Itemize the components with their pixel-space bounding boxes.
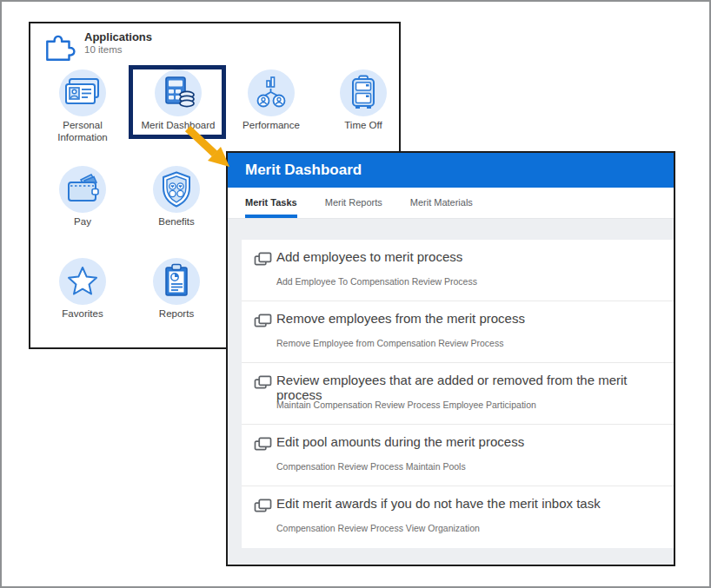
tile-performance[interactable]: Performance [229, 69, 313, 131]
task-title[interactable]: Add employees to merit process [276, 249, 462, 264]
calculator-coins-icon [155, 69, 202, 116]
task-title[interactable]: Remove employees from the merit process [276, 311, 525, 326]
star-icon [59, 258, 106, 305]
applications-title: Applications [84, 30, 152, 43]
tile-favorites[interactable]: Favorites [41, 258, 124, 320]
task-row-add-employees[interactable]: Add employees to merit process Add Emplo… [242, 240, 674, 301]
task-subtitle: Remove Employee from Compensation Review… [276, 338, 503, 348]
id-card-icon [59, 69, 106, 116]
tile-label: Favorites [41, 307, 124, 320]
task-row-remove-employees[interactable]: Remove employees from the merit process … [242, 301, 674, 363]
task-title[interactable]: Review employees that are added or remov… [276, 373, 674, 402]
tab-merit-reports[interactable]: Merit Reports [325, 188, 382, 218]
tile-time-off[interactable]: Time Off [322, 69, 405, 131]
tile-personal-information[interactable]: Personal Information [41, 69, 124, 144]
tile-pay[interactable]: Pay [41, 166, 124, 228]
tile-label: Personal Information [41, 119, 124, 144]
task-row-edit-pool-amounts[interactable]: Edit pool amounts during the merit proce… [242, 425, 674, 486]
related-tasks-icon [254, 498, 272, 518]
task-title[interactable]: Edit pool amounts during the merit proce… [276, 434, 524, 449]
tile-merit-dashboard[interactable]: Merit Dashboard [136, 69, 220, 131]
tile-label: Performance [229, 119, 313, 131]
wallet-icon [59, 166, 106, 213]
screenshot-frame: Applications 10 items Personal Informati… [0, 0, 711, 588]
arrow-down-right-icon [183, 125, 234, 174]
task-title[interactable]: Edit merit awards if you do not have the… [276, 496, 601, 511]
org-chart-icon [248, 69, 295, 116]
tile-benefits[interactable]: Benefits [135, 166, 218, 228]
puzzle-icon [42, 27, 78, 63]
task-subtitle: Add Employee To Compensation Review Proc… [276, 276, 477, 287]
tile-label: Reports [135, 307, 218, 320]
related-tasks-icon [254, 374, 272, 394]
merit-task-list: Add employees to merit process Add Emplo… [242, 240, 674, 548]
task-subtitle: Compensation Review Process Maintain Poo… [276, 461, 466, 472]
task-row-edit-merit-awards[interactable]: Edit merit awards if you do not have the… [242, 486, 674, 548]
applications-item-count: 10 items [84, 44, 122, 55]
merit-tabs-bar: Merit Tasks Merit Reports Merit Material… [228, 188, 674, 219]
task-subtitle: Compensation Review Process View Organiz… [276, 523, 480, 533]
tile-reports[interactable]: Reports [135, 258, 218, 320]
task-subtitle: Maintain Compensation Review Process Emp… [276, 400, 536, 410]
related-tasks-icon [254, 251, 272, 271]
merit-dashboard-title: Merit Dashboard [245, 162, 362, 179]
clipboard-chart-icon [153, 258, 200, 305]
tile-label: Benefits [135, 215, 218, 228]
tile-label: Time Off [322, 119, 405, 131]
merit-dashboard-panel: Merit Dashboard Merit Tasks Merit Report… [226, 151, 675, 566]
task-row-review-employees[interactable]: Review employees that are added or remov… [242, 363, 674, 425]
tile-label: Pay [41, 215, 124, 228]
related-tasks-icon [254, 313, 272, 333]
tab-merit-materials[interactable]: Merit Materials [410, 188, 473, 218]
merit-dashboard-header: Merit Dashboard [228, 153, 674, 188]
tab-merit-tasks[interactable]: Merit Tasks [245, 188, 297, 218]
related-tasks-icon [254, 436, 272, 456]
suitcase-icon [340, 69, 387, 116]
